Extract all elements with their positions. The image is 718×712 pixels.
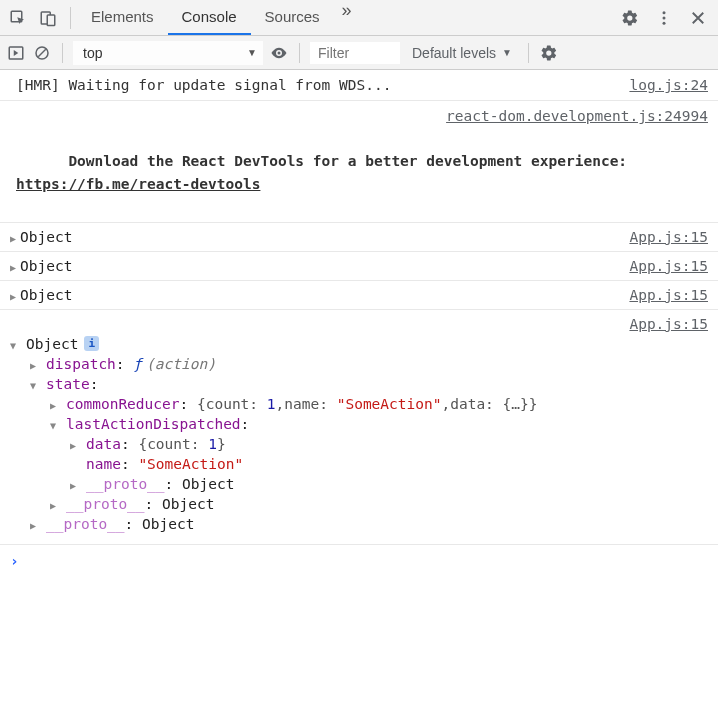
collapse-arrow-icon[interactable]: [30, 376, 46, 392]
react-devtools-link[interactable]: https://fb.me/react-devtools: [16, 176, 260, 192]
console-settings-gear-icon[interactable]: [539, 43, 559, 63]
object-label: Object: [20, 258, 72, 274]
log-levels-selector[interactable]: Default levels ▼: [406, 45, 518, 61]
live-expression-icon[interactable]: [269, 43, 289, 63]
device-toggle-icon[interactable]: [38, 8, 58, 28]
expand-arrow-icon[interactable]: [50, 496, 66, 512]
object-label: Object: [20, 229, 72, 245]
log-row-object-expanded: App.js:15 Object i dispatch: ƒ (action) …: [0, 310, 718, 545]
svg-point-8: [278, 51, 281, 54]
clear-console-icon[interactable]: [32, 43, 52, 63]
log-row-object[interactable]: Object App.js:15: [0, 223, 718, 252]
filter-input[interactable]: [310, 42, 400, 64]
tree-prop-lastaction[interactable]: lastActionDispatched:: [10, 414, 708, 434]
object-label: Object: [26, 336, 78, 352]
context-label: top: [83, 45, 102, 61]
tree-prop-commonreducer[interactable]: commonReducer: {count: 1, name: "SomeAct…: [10, 394, 708, 414]
expand-arrow-icon[interactable]: [70, 436, 86, 452]
info-badge-icon[interactable]: i: [84, 336, 99, 351]
toggle-sidebar-icon[interactable]: [6, 43, 26, 63]
svg-rect-2: [47, 15, 55, 26]
tree-prop-dispatch[interactable]: dispatch: ƒ (action): [10, 354, 708, 374]
prompt-chevron-icon: ›: [10, 553, 19, 569]
source-link[interactable]: App.js:15: [629, 316, 708, 332]
source-link[interactable]: react-dom.development.js:24994: [446, 108, 708, 124]
log-message: [HMR] Waiting for update signal from WDS…: [16, 74, 617, 96]
svg-point-4: [663, 16, 666, 19]
source-link[interactable]: log.js:24: [629, 74, 708, 96]
log-row-object[interactable]: Object App.js:15: [0, 252, 718, 281]
tree-prop-proto[interactable]: __proto__: Object: [10, 474, 708, 494]
expand-arrow-icon[interactable]: [30, 356, 46, 372]
inspect-element-icon[interactable]: [8, 8, 28, 28]
tab-console[interactable]: Console: [168, 0, 251, 35]
expand-arrow-icon[interactable]: [10, 287, 20, 303]
log-row-hmr: [HMR] Waiting for update signal from WDS…: [0, 70, 718, 101]
collapse-arrow-icon[interactable]: [50, 416, 66, 432]
expand-arrow-icon[interactable]: [10, 258, 20, 274]
tree-prop-name: name: "SomeAction": [10, 454, 708, 474]
tab-elements[interactable]: Elements: [77, 0, 168, 35]
expand-arrow-icon[interactable]: [50, 396, 66, 412]
tree-prop-proto[interactable]: __proto__: Object: [10, 514, 708, 534]
source-link[interactable]: App.js:15: [629, 258, 708, 274]
console-prompt[interactable]: ›: [0, 545, 718, 577]
context-selector[interactable]: top ▼: [73, 41, 263, 65]
settings-gear-icon[interactable]: [620, 8, 640, 28]
tree-prop-data[interactable]: data: {count: 1}: [10, 434, 708, 454]
more-tabs-icon[interactable]: »: [334, 0, 358, 35]
expand-arrow-icon[interactable]: [70, 476, 86, 492]
log-row-react-devtools: react-dom.development.js:24994 Download …: [0, 101, 718, 222]
levels-label: Default levels: [412, 45, 496, 61]
chevron-down-icon: ▼: [502, 47, 512, 58]
collapse-arrow-icon[interactable]: [10, 336, 26, 352]
source-link[interactable]: App.js:15: [629, 287, 708, 303]
tree-prop-state[interactable]: state:: [10, 374, 708, 394]
chevron-down-icon: ▼: [247, 47, 257, 58]
close-icon[interactable]: [688, 8, 708, 28]
tree-root[interactable]: Object i: [10, 334, 708, 354]
svg-point-3: [663, 11, 666, 14]
log-message: Download the React DevTools for a better…: [16, 128, 708, 218]
kebab-menu-icon[interactable]: [654, 8, 674, 28]
source-link[interactable]: App.js:15: [629, 229, 708, 245]
tab-sources[interactable]: Sources: [251, 0, 334, 35]
tree-prop-proto[interactable]: __proto__: Object: [10, 494, 708, 514]
svg-point-5: [663, 21, 666, 24]
log-row-object[interactable]: Object App.js:15: [0, 281, 718, 310]
expand-arrow-icon[interactable]: [30, 516, 46, 532]
object-label: Object: [20, 287, 72, 303]
expand-arrow-icon[interactable]: [10, 229, 20, 245]
